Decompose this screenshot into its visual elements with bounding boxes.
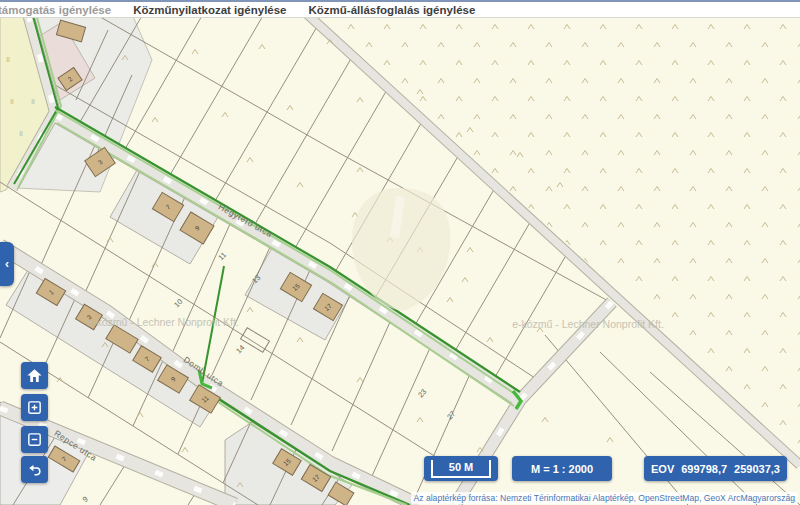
scale-bar-label: 50 M [431,460,491,478]
eov-label: EOV [651,463,674,475]
collapse-panel-tab[interactable]: ‹ [0,242,14,286]
menu-item-kozmunyilatkozat[interactable]: Közműnyilatkozat igénylése [133,2,286,18]
menu-item-tamogatas[interactable]: támogatás igénylése [0,2,111,18]
map-ratio-box: M = 1 : 2000 [512,456,612,481]
grassland-mark: II [6,56,10,63]
undo-icon [26,461,43,478]
map-ratio-label: M = 1 : 2000 [531,463,593,475]
eov-coordinates-box: EOV 699798,7 259037,3 [644,456,787,481]
home-icon [26,367,43,384]
eov-x-value: 699798,7 [681,463,727,475]
zoom-out-button[interactable] [21,426,48,453]
scale-bar-box: 50 M [424,456,498,481]
zoom-in-icon [26,399,43,416]
copyright-watermark: e-közmű - Lechner Nonprofit Kft. [87,316,239,328]
grassland-mark: II [10,98,14,105]
menu-item-kozmu-allasfoglalas[interactable]: Közmű-állásfoglalás igénylése [309,2,476,18]
zoom-in-button[interactable] [21,394,48,421]
map-attribution: Az alaptérkép forrása: Nemzeti Térinform… [411,492,798,504]
top-menu-bar: támogatás igénylése Közműnyilatkozat igé… [0,0,800,18]
eov-y-value: 259037,3 [734,463,780,475]
home-button[interactable] [21,362,48,389]
chevron-left-icon: ‹ [5,257,9,271]
zoom-out-icon [26,431,43,448]
grassland-mark: II [19,130,23,137]
undo-button[interactable] [21,456,48,483]
grassland-mark: II [31,98,35,105]
copyright-watermark: e-közmű - Lechner Nonprofit Kft. [512,318,664,330]
map-canvas[interactable]: 2379151713791115177 IIIIIIII Hegytető ut… [0,0,800,505]
